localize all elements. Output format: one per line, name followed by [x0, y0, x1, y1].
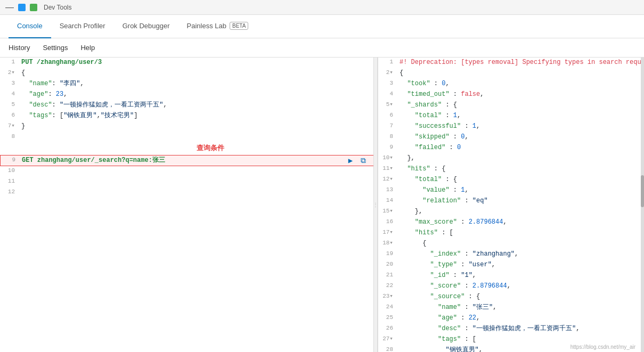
result-panel: 1#! Deprecation: [types removal] Specify…	[378, 58, 644, 352]
line-content: "age" : 22,	[397, 313, 644, 323]
line-content: "_index" : "zhanghang",	[397, 249, 644, 259]
secondary-nav: History Settings Help	[0, 38, 644, 58]
action-buttons: ▶⧉	[345, 155, 369, 166]
line-number: 16	[378, 217, 397, 227]
result-line-22: 22 "_score" : 2.8796844,	[378, 281, 644, 292]
nav-help[interactable]: Help	[74, 38, 101, 58]
line-number: 3	[0, 79, 19, 88]
line-content: "max_score" : 2.8796844,	[397, 217, 644, 227]
line-number: 9	[1, 155, 20, 165]
editor-line-1: 1PUT /zhanghang/user/3	[0, 58, 378, 68]
scrollbar-thumb[interactable]	[641, 175, 644, 207]
line-number: 8	[0, 132, 19, 142]
result-line-17: 17▾ "hits" : [	[378, 228, 644, 239]
editor-line-5: 5 "desc": "一顿操作猛如虎，一看工资两千五",	[0, 100, 378, 111]
line-number: 23▾	[378, 292, 397, 301]
line-content[interactable]: GET zhanghang/user/_search?q=name:张三	[20, 155, 377, 166]
line-content: "hits" : {	[397, 164, 644, 174]
line-content: {	[397, 239, 644, 249]
editor-line-6: 6 "tags": ["钢铁直男","技术宅男"]	[0, 111, 378, 121]
line-content: }	[19, 121, 378, 132]
result-line-20: 20 "_type" : "user",	[378, 260, 644, 271]
panel-divider[interactable]: ⋮	[373, 58, 378, 352]
line-content: "tags": ["钢铁直男","技术宅男"]	[19, 111, 378, 121]
result-line-5: 5▾ "_shards" : {	[378, 100, 644, 111]
nav-history[interactable]: History	[9, 38, 36, 58]
editor-line-3: 3 "name": "李四",	[0, 79, 378, 89]
line-content: "skipped" : 0,	[397, 132, 644, 142]
minimize-icon[interactable]: —	[5, 3, 14, 12]
result-line-16: 16 "max_score" : 2.8796844,	[378, 217, 644, 228]
line-number: 14	[378, 196, 397, 206]
editor-code-area[interactable]: 1PUT /zhanghang/user/32▾{3 "name": "李四",…	[0, 58, 378, 352]
nav-settings[interactable]: Settings	[36, 38, 74, 58]
line-content: "tags" : [	[397, 334, 644, 345]
line-content: "timed_out" : false,	[397, 89, 644, 100]
result-line-19: 19 "_index" : "zhanghang",	[378, 249, 644, 260]
tab-search-profiler[interactable]: Search Profiler	[51, 15, 114, 38]
result-line-7: 7 "successful" : 1,	[378, 121, 644, 132]
main-content: 1PUT /zhanghang/user/32▾{3 "name": "李四",…	[0, 58, 644, 352]
line-content: "name": "李四",	[19, 79, 378, 89]
line-content: "failed" : 0	[397, 143, 644, 153]
line-number: 17▾	[378, 228, 397, 238]
result-line-25: 25 "age" : 22,	[378, 313, 644, 324]
tab-console[interactable]: Console	[9, 15, 51, 38]
line-number: 1	[378, 58, 397, 67]
editor-line-2: 2▾{	[0, 68, 378, 79]
line-number: 5	[0, 100, 19, 110]
line-content: "total" : {	[397, 175, 644, 185]
line-number: 26	[378, 324, 397, 333]
line-number: 10▾	[378, 153, 397, 163]
tab-icon-1	[18, 4, 26, 11]
line-number: 10	[0, 166, 19, 176]
editor-line-7: 7▾}	[0, 121, 378, 132]
line-content: PUT /zhanghang/user/3	[19, 58, 378, 68]
line-number: 6	[0, 111, 19, 120]
result-line-21: 21 "_id" : "1",	[378, 271, 644, 281]
watermark: https://blog.csdn.net/my_air	[570, 344, 635, 350]
result-line-3: 3 "took" : 0,	[378, 79, 644, 89]
run-button[interactable]: ▶	[345, 155, 356, 166]
line-content: "total" : 1,	[397, 111, 644, 121]
tab-grok-debugger[interactable]: Grok Debugger	[114, 15, 178, 38]
line-content: "successful" : 1,	[397, 121, 644, 132]
result-line-12: 12▾ "total" : {	[378, 175, 644, 185]
line-content: "age": 23,	[19, 89, 378, 100]
line-number: 2▾	[378, 68, 397, 78]
editor-panel: 1PUT /zhanghang/user/32▾{3 "name": "李四",…	[0, 58, 378, 352]
line-content: "_shards" : {	[397, 100, 644, 110]
line-content: {	[397, 68, 644, 78]
line-content: "_type" : "user",	[397, 260, 644, 270]
line-number: 5▾	[378, 100, 397, 110]
copy-button[interactable]: ⧉	[358, 155, 369, 166]
devtools-title: Dev Tools	[44, 4, 71, 11]
line-number: 2▾	[0, 68, 19, 78]
line-number: 12▾	[378, 175, 397, 184]
line-number: 11▾	[378, 164, 397, 174]
line-content: {	[19, 68, 378, 78]
query-label: 查询条件	[0, 143, 378, 155]
line-number: 7▾	[0, 121, 19, 131]
line-content: "value" : 1,	[397, 185, 644, 195]
line-number: 11	[0, 177, 19, 186]
result-line-2: 2▾{	[378, 68, 644, 79]
result-line-23: 23▾ "_source" : {	[378, 292, 644, 302]
line-number: 20	[378, 260, 397, 269]
line-number: 21	[378, 271, 397, 280]
line-number: 22	[378, 281, 397, 291]
result-line-4: 4 "timed_out" : false,	[378, 89, 644, 100]
result-code-area[interactable]: 1#! Deprecation: [types removal] Specify…	[378, 58, 644, 352]
line-number: 25	[378, 313, 397, 323]
result-line-8: 8 "skipped" : 0,	[378, 132, 644, 143]
line-number: 9	[378, 143, 397, 152]
line-number: 3	[378, 79, 397, 88]
result-line-6: 6 "total" : 1,	[378, 111, 644, 121]
result-line-27: 27▾ "tags" : [	[378, 334, 644, 345]
tab-painless-lab[interactable]: Painless Lab BETA	[178, 15, 257, 38]
beta-badge: BETA	[230, 22, 248, 30]
scrollbar[interactable]	[641, 58, 644, 352]
result-line-13: 13 "value" : 1,	[378, 185, 644, 196]
line-content: },	[397, 207, 644, 217]
line-number: 8	[378, 132, 397, 142]
